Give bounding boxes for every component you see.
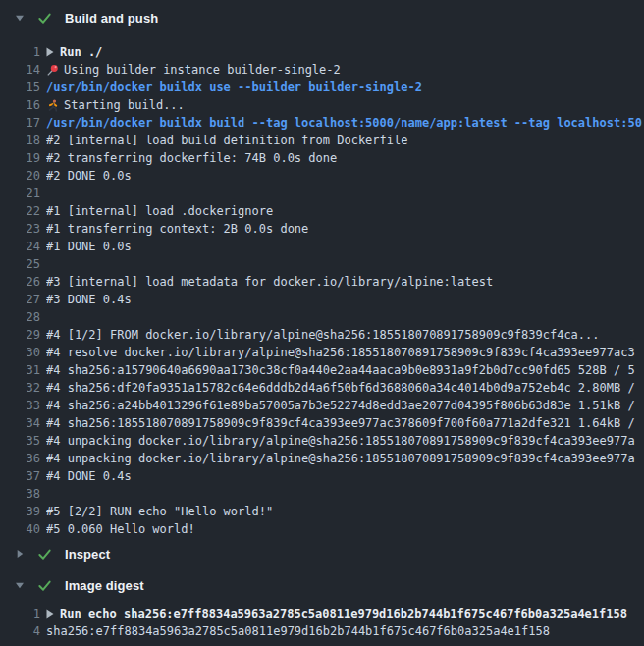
log-block-image-digest: 1Run echo sha256:e7ff8834a5963a2785c5a08… (0, 605, 644, 640)
log-row: 4sha256:e7ff8834a5963a2785c5a0811e979d16… (0, 622, 644, 640)
log-line-content: #1 DONE 0.0s (46, 238, 644, 255)
line-number[interactable]: 22 (0, 202, 40, 220)
log-row: 34#4 sha256:185518070891758909c9f839cf4c… (0, 414, 644, 432)
log-row: 29#4 [1/2] FROM docker.io/library/alpine… (0, 326, 644, 344)
line-number[interactable]: 28 (0, 308, 40, 326)
log-line-content: #2 transferring dockerfile: 74B 0.0s don… (46, 149, 644, 167)
log-line-text: #1 [internal] load .dockerignore (46, 202, 273, 220)
pushpin-icon (46, 64, 59, 77)
section-header-build-and-push[interactable]: Build and push (0, 2, 644, 33)
line-number[interactable]: 24 (0, 238, 40, 255)
line-number[interactable]: 4 (0, 622, 40, 640)
line-number[interactable]: 21 (0, 185, 40, 202)
log-row: 22#1 [internal] load .dockerignore (0, 202, 644, 220)
log-line-text: /usr/bin/docker buildx build --tag local… (46, 114, 642, 132)
log-line-content: #4 unpacking docker.io/library/alpine@sh… (46, 450, 644, 467)
log-line-content: Starting build... (46, 96, 644, 114)
log-row: 24#1 DONE 0.0s (0, 238, 644, 255)
log-row: 31#4 sha256:a15790640a6690aa1730c38cf0a4… (0, 361, 644, 379)
line-number[interactable]: 40 (0, 520, 40, 538)
line-number[interactable]: 1 (0, 43, 40, 61)
section-title: Build and push (65, 11, 158, 26)
log-line-content: #2 DONE 0.0s (46, 167, 644, 185)
line-number[interactable]: 16 (0, 96, 40, 114)
log-line-text: #4 sha256:185518070891758909c9f839cf4ca3… (46, 414, 635, 432)
log-line-text: #4 unpacking docker.io/library/alpine@sh… (46, 432, 635, 450)
log-line-text: #4 sha256:a24bb4013296f61e89ba57005a7b3e… (46, 397, 635, 414)
line-number[interactable]: 27 (0, 291, 40, 308)
success-check-icon (37, 11, 52, 26)
log-sections-container: Build and push1Run ./14Using builder ins… (0, 2, 644, 640)
success-check-icon (37, 578, 52, 593)
section-header-image-digest[interactable]: Image digest (0, 569, 644, 601)
line-number[interactable]: 20 (0, 167, 40, 185)
log-line-text: #4 resolve docker.io/library/alpine@sha2… (46, 344, 635, 361)
section-image-digest: Image digest1Run echo sha256:e7ff8834a59… (0, 569, 644, 640)
line-number[interactable]: 30 (0, 344, 40, 361)
log-line-text: /usr/bin/docker buildx use --builder bui… (46, 79, 422, 96)
expand-toggle-icon[interactable] (46, 609, 54, 619)
log-line-text: Using builder instance builder-single-2 (64, 61, 341, 79)
line-number[interactable]: 32 (0, 379, 40, 397)
line-number[interactable]: 17 (0, 114, 40, 132)
log-row: 17/usr/bin/docker buildx build --tag loc… (0, 114, 644, 132)
log-line-content: Using builder instance builder-single-2 (46, 61, 644, 79)
line-number[interactable]: 38 (0, 485, 40, 503)
log-line-content: /usr/bin/docker buildx use --builder bui… (46, 79, 644, 96)
runner-icon (46, 99, 59, 112)
log-line-text: #4 unpacking docker.io/library/alpine@sh… (46, 450, 635, 467)
log-line-text: #4 sha256:df20fa9351a15782c64e6dddb2d4a6… (46, 379, 635, 397)
chevron-right-icon[interactable] (14, 549, 26, 559)
log-row: 28 (0, 308, 644, 326)
log-block-build-and-push: 1Run ./14Using builder instance builder-… (0, 43, 644, 538)
expand-toggle-icon[interactable] (46, 47, 54, 57)
line-number[interactable]: 37 (0, 467, 40, 485)
line-number[interactable]: 18 (0, 132, 40, 149)
section-title: Inspect (65, 547, 110, 562)
log-line-text: #5 [2/2] RUN echo "Hello world!" (46, 503, 273, 520)
line-number[interactable]: 15 (0, 79, 40, 96)
line-number[interactable]: 19 (0, 149, 40, 167)
log-line-text: #4 sha256:a15790640a6690aa1730c38cf0a440… (46, 361, 635, 379)
log-line-text: Run ./ (60, 43, 102, 61)
log-line-text: #3 DONE 0.4s (46, 291, 132, 308)
line-number[interactable]: 26 (0, 273, 40, 291)
line-number[interactable]: 33 (0, 397, 40, 414)
success-check-icon (37, 547, 52, 562)
log-row: 14Using builder instance builder-single-… (0, 61, 644, 79)
log-line-content (46, 185, 644, 202)
chevron-down-icon[interactable] (14, 13, 26, 23)
line-number[interactable]: 1 (0, 605, 40, 622)
line-number[interactable]: 34 (0, 414, 40, 432)
line-number[interactable]: 35 (0, 432, 40, 450)
log-line-content: #4 unpacking docker.io/library/alpine@sh… (46, 432, 644, 450)
line-number[interactable]: 14 (0, 61, 40, 79)
log-line-content: #4 sha256:a24bb4013296f61e89ba57005a7b3e… (46, 397, 644, 414)
log-row: 40#5 0.060 Hello world! (0, 520, 644, 538)
log-line-content: sha256:e7ff8834a5963a2785c5a0811e979d16b… (46, 622, 644, 640)
line-number[interactable]: 25 (0, 255, 40, 273)
log-row: 1Run echo sha256:e7ff8834a5963a2785c5a08… (0, 605, 644, 622)
section-inspect: Inspect (0, 538, 644, 569)
line-number[interactable]: 29 (0, 326, 40, 344)
chevron-down-icon[interactable] (14, 580, 26, 590)
log-line-text: #2 [internal] load build definition from… (46, 132, 407, 149)
section-header-inspect[interactable]: Inspect (0, 538, 644, 569)
log-line-text: #1 transferring context: 2B 0.0s done (46, 220, 308, 238)
log-row: 32#4 sha256:df20fa9351a15782c64e6dddb2d4… (0, 379, 644, 397)
log-row: 21 (0, 185, 644, 202)
line-number[interactable]: 36 (0, 450, 40, 467)
log-line-content (46, 485, 644, 503)
section-title: Image digest (65, 578, 144, 593)
log-line-content: #3 [internal] load metadata for docker.i… (46, 273, 644, 291)
log-row: 36#4 unpacking docker.io/library/alpine@… (0, 450, 644, 467)
log-row: 38 (0, 485, 644, 503)
log-row: 23#1 transferring context: 2B 0.0s done (0, 220, 644, 238)
log-line-content: #4 sha256:df20fa9351a15782c64e6dddb2d4a6… (46, 379, 644, 397)
line-number[interactable]: 23 (0, 220, 40, 238)
log-line-content: #4 [1/2] FROM docker.io/library/alpine@s… (46, 326, 644, 344)
line-number[interactable]: 39 (0, 503, 40, 520)
line-number[interactable]: 31 (0, 361, 40, 379)
log-row: 37#4 DONE 0.4s (0, 467, 644, 485)
log-line-text: #5 0.060 Hello world! (46, 520, 195, 538)
